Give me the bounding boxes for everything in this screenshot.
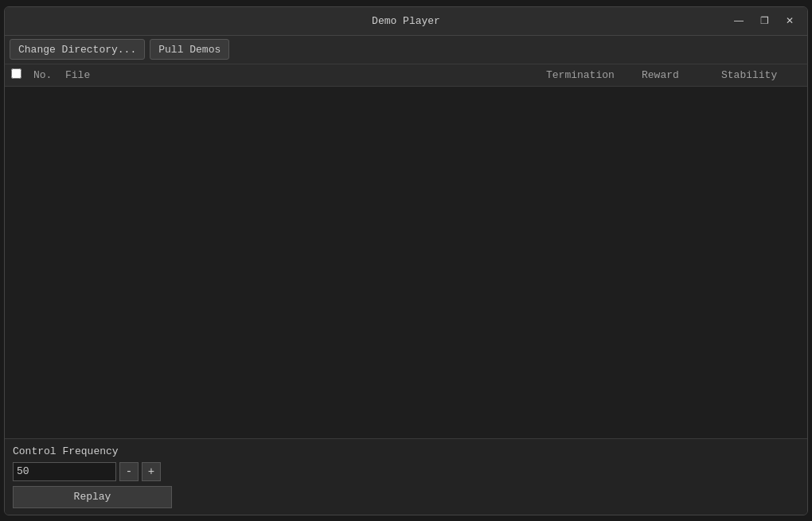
main-window: Demo Player — ❐ ✕ Change Directory... Pu… (4, 6, 808, 515)
header-checkbox-cell (11, 68, 27, 82)
pull-demos-button[interactable]: Pull Demos (150, 39, 229, 60)
maximize-button[interactable]: ❐ (753, 12, 775, 29)
minimize-button[interactable]: — (728, 12, 750, 29)
close-button[interactable]: ✕ (779, 12, 801, 29)
header-no: No. (33, 69, 65, 81)
header-termination: Termination (546, 69, 642, 81)
frequency-input[interactable] (13, 462, 116, 481)
title-bar: Demo Player — ❐ ✕ (5, 7, 807, 36)
window-controls: — ❐ ✕ (728, 12, 801, 29)
replay-button[interactable]: Replay (13, 486, 172, 508)
control-frequency-label: Control Frequency (13, 445, 799, 457)
change-directory-button[interactable]: Change Directory... (10, 39, 145, 60)
demo-table-container: No. File Termination Reward Stability (5, 64, 807, 438)
table-body (5, 87, 807, 438)
table-header: No. File Termination Reward Stability (5, 64, 807, 87)
frequency-decrement-button[interactable]: - (119, 462, 139, 481)
select-all-checkbox[interactable] (11, 68, 21, 79)
window-title: Demo Player (372, 15, 440, 27)
frequency-increment-button[interactable]: + (142, 462, 161, 481)
toolbar: Change Directory... Pull Demos (5, 36, 807, 64)
bottom-panel: Control Frequency - + Replay (5, 438, 807, 515)
header-stability: Stability (721, 69, 801, 81)
frequency-row: - + (13, 462, 799, 481)
header-reward: Reward (642, 69, 721, 81)
header-file: File (65, 69, 546, 81)
